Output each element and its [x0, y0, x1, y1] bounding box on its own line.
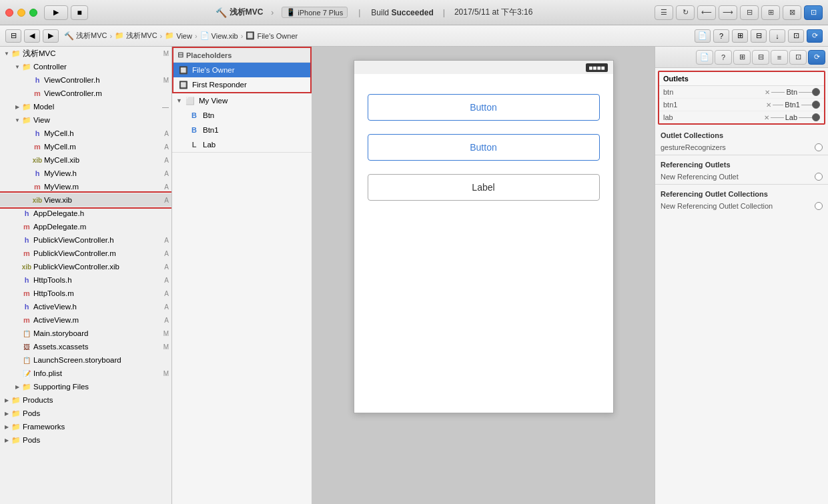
sidebar-item-mycell_h[interactable]: hMyCell.hA — [0, 127, 171, 140]
sidebar-item-publickviewcontroller_h[interactable]: hPublickViewController.hA — [0, 233, 171, 247]
folder-icon-pods: 📁 — [11, 408, 21, 419]
help-rt-btn[interactable]: ? — [715, 50, 732, 65]
help-btn[interactable]: ? — [713, 29, 729, 43]
badge-myview_m: A — [164, 183, 169, 191]
stop-button[interactable]: ■ — [71, 5, 88, 20]
ios-button-2[interactable]: Button — [368, 134, 600, 161]
sidebar-item-viewcontroller_h[interactable]: hViewController.hM — [0, 73, 171, 87]
breadcrumb-part-5[interactable]: 🔲 File's Owner — [246, 31, 298, 40]
sidebar-item-view[interactable]: 📁View — [0, 113, 171, 127]
sidebar-item-frameworks[interactable]: 📁Frameworks — [0, 420, 171, 433]
sidebar-item-mycell_m[interactable]: mMyCell.mA — [0, 140, 171, 153]
btn-item[interactable]: B Btn — [172, 108, 312, 123]
sidebar-item-root[interactable]: 📁浅析MVCM — [0, 47, 171, 60]
new-referencing-dot[interactable] — [815, 173, 823, 181]
sidebar-item-mycell_xib[interactable]: xibMyCell.xibA — [0, 153, 171, 167]
sidebar-item-myview_m[interactable]: mMyView.mA — [0, 180, 171, 193]
sidebar-item-publickviewcontroller_xib[interactable]: xibPublickViewController.xibA — [0, 260, 171, 273]
refresh-button[interactable]: ↻ — [676, 5, 695, 20]
breadcrumb-part-2[interactable]: 📁 浅析MVC — [115, 31, 157, 41]
identity-inspector-btn[interactable]: ⊟ — [751, 29, 767, 43]
gesture-dot[interactable] — [815, 143, 823, 151]
hierarchy-btn[interactable]: ⊟ — [5, 29, 21, 43]
attr-inspector-btn[interactable]: ↓ — [769, 29, 785, 43]
new-referencing-collection-dot[interactable] — [815, 202, 823, 210]
file-inspector-btn[interactable]: 📄 — [695, 29, 711, 43]
sidebar-item-appdelegate_m[interactable]: mAppDelegate.m — [0, 220, 171, 233]
prev-btn[interactable]: ◀ — [24, 29, 40, 43]
editor-toggle2[interactable]: ⊞ — [761, 5, 780, 20]
sidebar-item-main_storyboard[interactable]: 📋Main.storyboardM — [0, 327, 171, 340]
size-inspector-btn[interactable]: ⊡ — [788, 29, 804, 43]
file-rt-btn[interactable]: 📄 — [696, 50, 713, 65]
attr-rt-btn[interactable]: ≡ — [771, 50, 788, 65]
sidebar-label-view: View — [33, 116, 171, 124]
sidebar-item-viewcontroller_m[interactable]: mViewController.m — [0, 87, 171, 100]
toolbar2-left: ⊟ ◀ ▶ — [5, 29, 59, 43]
outlet-dot-btn[interactable] — [812, 88, 820, 96]
badge-model: — — [162, 103, 169, 111]
sidebar-item-assets[interactable]: 🖼Assets.xcassetsM — [0, 340, 171, 353]
outlet-dot-lab[interactable] — [812, 113, 820, 121]
outlet-connector-lab: ✕ Lab — [764, 113, 812, 121]
size-rt-btn[interactable]: ⊡ — [789, 50, 807, 65]
sidebar-item-myview_h[interactable]: hMyView.hA — [0, 167, 171, 180]
play-button[interactable]: ▶ — [44, 5, 68, 20]
fullscreen-button[interactable] — [29, 9, 37, 17]
device-selector[interactable]: 📱 iPhone 7 Plus — [282, 7, 348, 18]
sidebar-item-httptools_h[interactable]: hHttpTools.hA — [0, 273, 171, 287]
sidebar-item-httptools_m[interactable]: mHttpTools.mA — [0, 287, 171, 300]
sidebar-item-view_xib[interactable]: xibView.xibA — [0, 193, 171, 207]
sidebar-toggle[interactable]: ☰ — [655, 5, 673, 20]
file-icon-view_xib: xib — [32, 195, 43, 205]
quick-help-btn[interactable]: ⊞ — [732, 29, 748, 43]
inspector-toggle[interactable]: ⊡ — [804, 5, 823, 20]
outlets-box: Outlets btn ✕ Btn btn1 ✕ Btn1 — [658, 71, 825, 125]
outlet-line — [771, 92, 785, 93]
sidebar-item-products[interactable]: 📁Products — [0, 393, 171, 407]
first-responder-item[interactable]: 🔲 First Responder — [173, 77, 310, 92]
new-referencing-outlet-item: New Referencing Outlet — [655, 171, 828, 183]
sidebar-item-supporting[interactable]: 📁Supporting Files — [0, 380, 171, 393]
next-btn[interactable]: ▶ — [43, 29, 59, 43]
my-view-item[interactable]: ▼ ⬜ My View — [172, 93, 312, 108]
editor-toggle3[interactable]: ⊠ — [783, 5, 801, 20]
sidebar-item-appdelegate_h[interactable]: hAppDelegate.h — [0, 207, 171, 220]
forward-button[interactable]: ⟶ — [719, 5, 737, 20]
folder-icon-pods2: 📁 — [11, 435, 21, 445]
triangle-supporting — [13, 383, 21, 391]
breadcrumb-part-1[interactable]: 🔨 浅析MVC — [64, 31, 107, 41]
outlet-dot-btn1[interactable] — [812, 101, 820, 109]
quick-rt-btn[interactable]: ⊞ — [733, 50, 751, 65]
file-icon-activeview_m: m — [21, 315, 32, 325]
close-button[interactable] — [5, 9, 13, 17]
sidebar-item-pods2[interactable]: 📁Pods — [0, 433, 171, 447]
sidebar-label-info_plist: Info.plist — [33, 369, 163, 377]
connections-inspector-btn[interactable]: ⟳ — [807, 29, 823, 43]
badge-main_storyboard: M — [163, 330, 169, 337]
breadcrumb-part-4[interactable]: 📄 View.xib — [200, 31, 238, 40]
sidebar-item-pods[interactable]: 📁Pods — [0, 407, 171, 420]
lab-item[interactable]: L Lab — [172, 137, 312, 152]
file-icon-mycell_m: m — [32, 141, 43, 152]
sidebar-item-publickviewcontroller_m[interactable]: mPublickViewController.mA — [0, 247, 171, 260]
identity-rt-btn[interactable]: ⊟ — [752, 50, 769, 65]
files-owner-item[interactable]: 🔲 File's Owner — [173, 63, 310, 77]
sidebar-item-info_plist[interactable]: 📝Info.plistM — [0, 367, 171, 380]
sidebar-label-publickviewcontroller_xib: PublickViewController.xib — [33, 263, 164, 271]
breadcrumb-part-3[interactable]: 📁 View — [165, 31, 192, 40]
connections-rt-btn[interactable]: ⟳ — [808, 50, 825, 65]
editor-toggle1[interactable]: ⊟ — [740, 5, 759, 20]
sidebar-label-supporting: Supporting Files — [33, 383, 171, 391]
device-icon: 📱 — [286, 8, 296, 17]
btn1-item[interactable]: B Btn1 — [172, 123, 312, 137]
sidebar-item-model[interactable]: 📁Model— — [0, 100, 171, 113]
sidebar-item-activeview_h[interactable]: hActiveView.hA — [0, 300, 171, 313]
minimize-button[interactable] — [17, 9, 25, 17]
ios-button-1[interactable]: Button — [368, 94, 600, 121]
badge-publickviewcontroller_m: A — [164, 250, 169, 257]
sidebar-item-controller[interactable]: 📁Controller — [0, 60, 171, 73]
back-forward[interactable]: ⟵ — [697, 5, 716, 20]
sidebar-item-launchscreen[interactable]: 📋LaunchScreen.storyboard — [0, 353, 171, 367]
sidebar-item-activeview_m[interactable]: mActiveView.mA — [0, 313, 171, 327]
